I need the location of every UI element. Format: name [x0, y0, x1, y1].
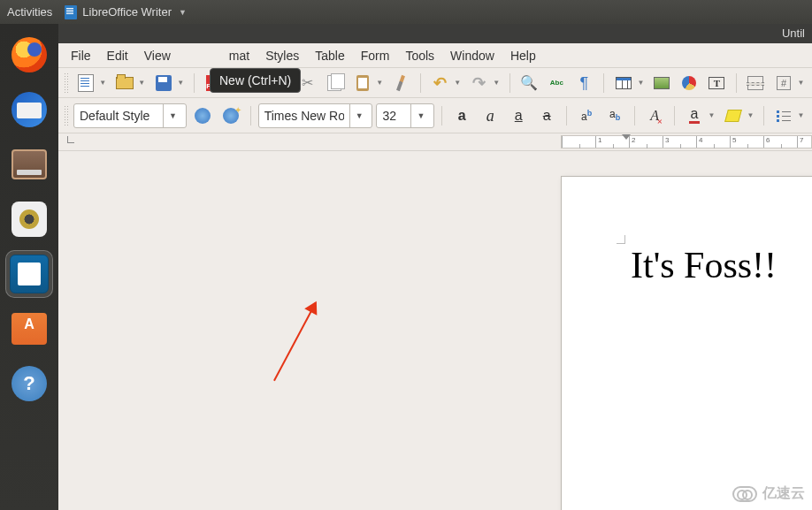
- launcher-firefox[interactable]: [5, 31, 53, 79]
- new-style-button[interactable]: [218, 103, 243, 128]
- toolbar-grip[interactable]: [64, 72, 70, 94]
- standard-toolbar: ▼ ▼ ▼ PDF ✂ ▼ ↶▼ ↷▼ 🔍 Abc ¶ ▼ T #▼: [58, 68, 812, 98]
- menu-edit[interactable]: Edit: [100, 45, 135, 66]
- redo-icon: ↷: [472, 75, 486, 91]
- bold-button[interactable]: a: [449, 103, 474, 128]
- launcher-help[interactable]: ?: [5, 360, 53, 407]
- copy-icon: [327, 75, 341, 91]
- activities-button[interactable]: Activities: [7, 5, 52, 19]
- insert-chart-button[interactable]: [678, 71, 701, 95]
- ruler-tick: 3: [663, 136, 696, 148]
- ruler-tick: 4: [696, 136, 730, 148]
- launcher-rhythmbox[interactable]: [5, 195, 53, 243]
- chevron-down-icon[interactable]: ▼: [707, 103, 717, 128]
- insert-textbox-button[interactable]: T: [705, 71, 729, 95]
- app-menu[interactable]: LibreOffice Writer ▼: [65, 5, 187, 19]
- image-icon: [654, 77, 670, 89]
- ruler-tick: 7: [797, 136, 812, 148]
- font-color-button[interactable]: a▼: [682, 103, 717, 128]
- chevron-down-icon[interactable]: ▼: [137, 71, 148, 95]
- menu-view[interactable]: View: [137, 45, 178, 66]
- copy-button[interactable]: [323, 71, 347, 95]
- menu-help[interactable]: Help: [503, 45, 543, 66]
- menu-tools[interactable]: Tools: [398, 45, 441, 66]
- chevron-down-icon[interactable]: ▼: [492, 71, 502, 95]
- undo-button[interactable]: ↶▼: [428, 71, 463, 95]
- chevron-down-icon[interactable]: ▼: [410, 104, 430, 127]
- scissors-icon: ✂: [302, 76, 313, 90]
- superscript-button[interactable]: ab: [574, 103, 599, 128]
- open-button[interactable]: ▼: [112, 71, 148, 95]
- update-style-button[interactable]: [190, 103, 215, 128]
- insert-page-break-button[interactable]: [744, 71, 768, 95]
- chevron-down-icon[interactable]: ▼: [163, 104, 182, 127]
- pie-chart-icon: [682, 76, 696, 90]
- document-body-text[interactable]: It's Foss!!: [631, 244, 777, 286]
- separator: [509, 73, 510, 93]
- save-icon: [156, 75, 172, 91]
- writer-icon: [65, 5, 77, 19]
- launcher-thunderbird[interactable]: [5, 86, 53, 133]
- chevron-down-icon[interactable]: ▼: [636, 71, 647, 95]
- pilcrow-icon: ¶: [580, 75, 589, 91]
- formatting-marks-button[interactable]: ¶: [572, 71, 596, 95]
- chevron-down-icon[interactable]: ▼: [98, 71, 109, 95]
- chevron-down-icon[interactable]: ▼: [746, 103, 756, 128]
- font-name-combo[interactable]: ▼: [258, 103, 373, 128]
- menu-window[interactable]: Window: [443, 45, 502, 66]
- chevron-down-icon[interactable]: ▼: [375, 71, 386, 95]
- launcher-libreoffice-writer[interactable]: [5, 250, 53, 298]
- insert-table-button[interactable]: ▼: [611, 71, 647, 95]
- globe-new-icon: [223, 108, 239, 124]
- highlight-button[interactable]: ▼: [721, 103, 756, 128]
- strikethrough-button[interactable]: a: [534, 103, 559, 128]
- new-document-icon: [78, 74, 94, 92]
- font-size-input[interactable]: [377, 109, 410, 123]
- menu-insert[interactable]: mat: [222, 45, 257, 66]
- underline-button[interactable]: a: [506, 103, 531, 128]
- clone-formatting-button[interactable]: [389, 71, 413, 95]
- menu-bar: File Edit View mat Styles Table Form Too…: [58, 43, 812, 68]
- find-replace-button[interactable]: 🔍: [517, 71, 541, 95]
- separator: [736, 73, 737, 93]
- menu-form[interactable]: Form: [354, 45, 397, 66]
- insert-field-button[interactable]: #▼: [771, 71, 807, 95]
- paste-button[interactable]: ▼: [350, 71, 386, 95]
- table-icon: [616, 77, 632, 89]
- clear-formatting-button[interactable]: A: [642, 103, 667, 128]
- paragraph-style-input[interactable]: [74, 109, 163, 123]
- chevron-down-icon: ▼: [179, 8, 187, 17]
- watermark: 亿速云: [732, 484, 805, 503]
- font-size-combo[interactable]: ▼: [376, 103, 434, 128]
- redo-button[interactable]: ↷▼: [467, 71, 502, 95]
- paragraph-style-combo[interactable]: ▼: [73, 103, 187, 128]
- subscript-button[interactable]: ab: [602, 103, 627, 128]
- annotation-arrow: [273, 302, 317, 381]
- menu-file[interactable]: File: [64, 45, 98, 66]
- chevron-down-icon[interactable]: ▼: [176, 71, 187, 95]
- chevron-down-icon[interactable]: ▼: [453, 71, 463, 95]
- font-name-input[interactable]: [259, 109, 349, 123]
- menu-table[interactable]: Table: [308, 45, 351, 66]
- chevron-down-icon[interactable]: ▼: [796, 103, 807, 128]
- bullet-list-button[interactable]: ▼: [771, 103, 807, 128]
- horizontal-ruler[interactable]: 1 2 3 4 5 6 7: [561, 135, 812, 148]
- document-page[interactable]: It's Foss!!: [561, 176, 812, 510]
- menu-styles[interactable]: Styles: [258, 45, 306, 66]
- spellcheck-button[interactable]: Abc: [545, 71, 569, 95]
- bullet-list-icon: [777, 110, 791, 122]
- toolbar-grip[interactable]: [64, 105, 70, 126]
- globe-icon: [195, 108, 211, 124]
- chevron-down-icon[interactable]: ▼: [349, 104, 369, 127]
- insert-image-button[interactable]: [650, 71, 674, 95]
- chevron-down-icon[interactable]: ▼: [796, 71, 807, 95]
- new-document-button[interactable]: ▼: [73, 71, 109, 95]
- italic-button[interactable]: a: [478, 103, 502, 128]
- save-button[interactable]: ▼: [151, 71, 187, 95]
- window-title: Until: [782, 27, 805, 40]
- launcher-software[interactable]: [5, 305, 53, 353]
- launcher-files[interactable]: [5, 141, 53, 188]
- paintbrush-icon: [396, 74, 405, 90]
- document-canvas[interactable]: It's Foss!! 亿速云: [58, 151, 812, 510]
- clipboard-icon: [356, 75, 369, 91]
